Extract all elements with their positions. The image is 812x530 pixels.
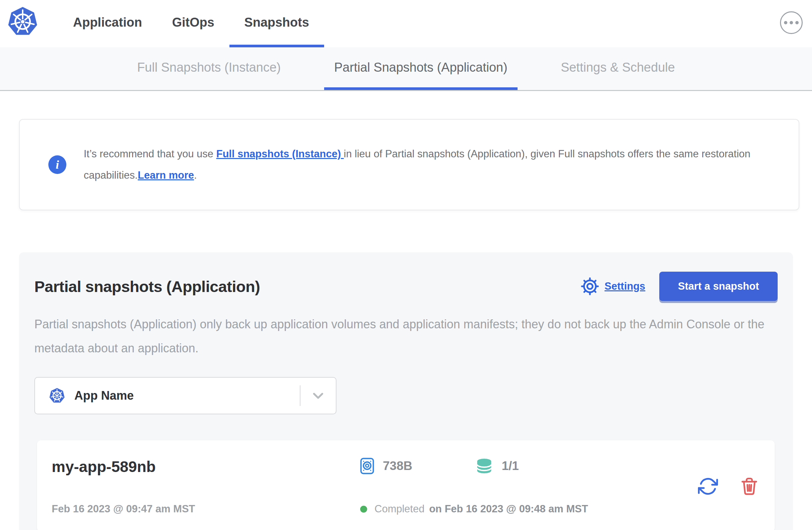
ellipsis-dot [795, 21, 799, 24]
nav-item-gitops[interactable]: GitOps [157, 0, 229, 47]
snapshot-stats: 738B 1/1 [360, 458, 588, 474]
snapshot-settings-link[interactable]: Settings [581, 277, 645, 296]
ellipsis-menu-button[interactable] [780, 11, 803, 34]
kubernetes-logo [8, 5, 38, 38]
disk-icon [360, 458, 374, 474]
start-snapshot-button[interactable]: Start a snapshot [659, 272, 778, 301]
selector-chevron-zone [301, 378, 336, 414]
gear-icon [581, 277, 599, 296]
ellipsis-dot [790, 21, 793, 24]
snapshot-start-date: Feb 16 2023 @ 09:47 am MST [52, 503, 360, 515]
top-nav: Application GitOps Snapshots [0, 0, 812, 47]
restore-circular-arrows-icon [698, 476, 718, 496]
snapshot-row-details: 738B 1/1 Completed on Feb 16 2023 @ 09:4… [360, 458, 588, 515]
snapshot-row-actions [698, 458, 759, 515]
info-icon: i [48, 155, 67, 174]
app-selector-value: App Name [74, 389, 300, 403]
snapshots-tab-bar: Full Snapshots (Instance) Partial Snapsh… [0, 47, 812, 91]
ellipsis-dot [784, 21, 787, 24]
panel-header-actions: Settings Start a snapshot [581, 272, 778, 301]
panel-description: Partial snapshots (Application) only bac… [34, 312, 773, 360]
app-selector-dropdown[interactable]: App Name [34, 377, 336, 414]
nav-item-snapshots[interactable]: Snapshots [229, 0, 324, 47]
restore-snapshot-button[interactable] [698, 476, 718, 496]
snapshot-size-value: 738B [383, 459, 412, 473]
snapshots-page: Application GitOps Snapshots Full Snapsh… [0, 0, 812, 530]
snapshot-name: my-app-589nb [52, 458, 360, 476]
info-banner: i It’s recommend that you use Full snaps… [19, 119, 799, 210]
status-dot-icon [360, 506, 367, 513]
snapshot-row: my-app-589nb Feb 16 2023 @ 09:47 am MST … [37, 440, 775, 530]
panel-title: Partial snapshots (Application) [34, 277, 260, 296]
snapshot-row-left: my-app-589nb Feb 16 2023 @ 09:47 am MST [52, 458, 360, 515]
trash-icon [740, 477, 759, 496]
partial-snapshots-panel: Partial snapshots (Application) [19, 252, 793, 530]
nav-items: Application GitOps Snapshots [58, 0, 324, 47]
status-label: Completed [375, 503, 424, 515]
tab-full-snapshots[interactable]: Full Snapshots (Instance) [127, 47, 291, 90]
snapshot-volumes-group: 1/1 [476, 458, 519, 474]
full-snapshots-link[interactable]: Full snapshots (Instance) [216, 148, 344, 160]
tab-partial-snapshots[interactable]: Partial Snapshots (Application) [324, 47, 518, 90]
chevron-down-icon [310, 388, 326, 403]
status-finished-date: on Feb 16 2023 @ 09:48 am MST [429, 503, 588, 515]
delete-snapshot-button[interactable] [740, 477, 759, 496]
banner-text: It’s recommend that you use Full snapsho… [84, 143, 775, 186]
panel-header: Partial snapshots (Application) [34, 272, 778, 301]
banner-text-segment: It’s recommend that you use [84, 148, 216, 160]
learn-more-link[interactable]: Learn more [138, 169, 194, 181]
snapshot-status: Completed on Feb 16 2023 @ 09:48 am MST [360, 503, 588, 515]
nav-item-application[interactable]: Application [58, 0, 157, 47]
snapshot-volumes-value: 1/1 [502, 459, 519, 473]
banner-text-segment: . [194, 169, 197, 181]
settings-link-label: Settings [605, 280, 645, 292]
database-stack-icon [476, 458, 493, 474]
tab-settings-schedule[interactable]: Settings & Schedule [551, 47, 685, 90]
kubernetes-icon [49, 387, 65, 404]
